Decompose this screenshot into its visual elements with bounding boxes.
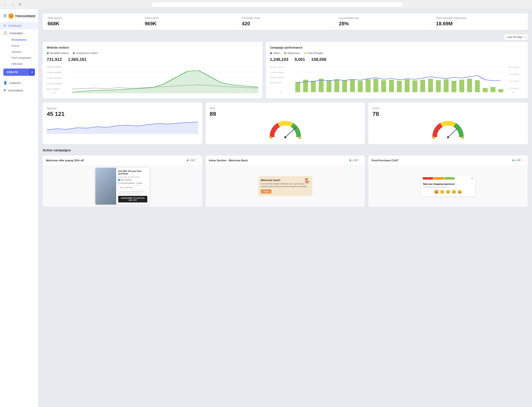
stat-identified-value: 28% [339,21,426,27]
svg-text:100,000: 100,000 [47,83,62,85]
svg-rect-36 [350,80,355,92]
csat-gauge: 😟 😊 [372,119,524,140]
visitors-chart-title: Website visitors [47,46,258,49]
svg-text:50,000: 50,000 [47,88,59,90]
csat-face-1[interactable]: 😡 [434,190,439,194]
signups-sparkline [47,119,198,134]
csat-face-2[interactable]: 😕 [440,190,444,194]
svg-text:0: 0 [53,92,56,94]
performance-chart-card: Campaign performance Views Responses Cli… [266,42,528,98]
csat-rating-sub: Let us know how we can improve :) [423,186,473,188]
views-stat: 1,246,103 [270,57,289,62]
csat-face-3[interactable]: 😐 [446,190,450,194]
popup-interests-label: I want news and offers about... [118,176,147,178]
svg-rect-33 [326,80,331,92]
live-dot-welcome-popup [187,159,188,161]
reload-button[interactable]: ↻ [17,2,23,7]
performance-svg: 200,000 150,000 100,000 50,000 0 8,000 6… [270,65,524,94]
svg-text:200,000: 200,000 [270,66,284,68]
live-label-csat: LIVE [515,159,521,162]
csat-face-5[interactable]: 😄 [457,190,462,194]
sparkline-svg [47,119,198,134]
popup-email-input[interactable] [118,185,147,190]
csat-content: Rate your shopping experience! Let us kn… [421,181,475,196]
svg-marker-56 [47,122,198,134]
charts-row: Website visitors Identified visitors Ano… [43,42,528,98]
svg-text:6,000: 6,000 [509,73,519,75]
svg-rect-38 [366,79,370,92]
sidebar-item-surveys[interactable]: Surveys [8,49,38,55]
svg-rect-52 [475,80,480,92]
popup-cta-button[interactable]: SUBSCRIBE TO UNLOCK 25% OFF [118,196,147,203]
stat-avg-identified: Avg identified rate 28% [334,13,431,30]
stat-total-profiles: Total profiles 969K [140,13,237,30]
url-input[interactable]: https://app.triggerbee.com [151,2,403,7]
stat-purchases-today: Purchases today 420 [237,13,334,30]
svg-rect-48 [444,79,448,92]
popup-checkboxes-2: Womens fashion Kids [118,182,147,184]
sidebar-item-automations[interactable]: ⚙ Automations [0,86,38,94]
svg-point-62 [447,136,449,138]
legend-clickthroughs: Click-throughs [304,52,323,55]
sidebar-item-campaigns[interactable]: 📋 Campaigns [0,29,38,37]
campaign-menu-inline[interactable]: ⋮ [358,158,362,162]
sidebar-item-form-responses[interactable]: Form responses [8,55,38,61]
campaign-header-inline: Inline Section - Welcome Back LIVE ⋮ [206,156,365,165]
legend-responses: Responses [284,52,300,55]
clickthroughs-value: 158,008 [311,57,326,62]
create-dropdown-button[interactable]: ▾ [29,69,35,76]
promotions-label: Promotions [12,38,27,41]
audience-label: Audience [9,81,21,85]
create-button[interactable]: CREATE [3,69,29,76]
app-name: TRIGGERBEE [15,14,36,18]
campaigns-section-title: Active campaigns [43,149,528,152]
svg-text:150,000: 150,000 [270,71,284,73]
svg-text:😟: 😟 [270,136,273,139]
campaign-menu-welcome-popup[interactable]: ⋮ [195,158,199,162]
campaign-menu-csat[interactable]: ⋮ [521,158,524,162]
legend-responses-label: Responses [287,52,300,55]
svg-rect-49 [451,81,456,92]
csat-rating-title: Rate your shopping experience! [423,183,473,185]
campaign-card-csat: Post-Purchase CSAT LIVE ⋮ [368,156,528,207]
date-filter-select[interactable]: Last 30 Days Last 7 Days Last 90 Days Th… [504,34,528,40]
campaign-header-welcome-popup: Welcome offer popup 25% off LIVE ⋮ [43,156,202,165]
checkbox-mens[interactable]: Mens fashion [118,179,132,181]
sidebar-item-audience[interactable]: 👤 Audience [0,79,38,86]
popup-mockup-inner: Get 25% off your first purchase I want n… [95,168,149,204]
stat-impressions-value: 18.69M [436,21,523,27]
visitors-svg: 250,000 200,000 150,000 100,000 50,000 0 [47,65,258,94]
stat-campaign-impressions: Total campaign impressions 18.69M [431,13,528,30]
legend-anonymous-label: Anonymous visitors [76,52,98,55]
svg-rect-50 [459,80,464,92]
svg-text:2,000: 2,000 [509,87,519,89]
checkbox-womens[interactable]: Womens fashion [118,182,135,184]
popup-disclaimer: I agree my personal data being handled i… [118,191,147,195]
back-button[interactable]: ← [2,2,8,7]
address-bar: https://app.triggerbee.com [25,2,530,7]
svg-text:150,000: 150,000 [47,77,62,79]
svg-rect-44 [412,80,417,92]
sidebar-item-dashboard[interactable]: 👁 Dashboard [0,22,38,29]
performance-legend: Views Responses Click-throughs [270,52,524,55]
performance-chart-title: Campaign performance [270,46,524,49]
anonymous-value: 1,565,181 [68,57,87,62]
legend-clickthroughs-label: Click-throughs [307,52,323,55]
inline-desc: You have new rewards waiting for you. Lo… [261,182,310,188]
svg-line-57 [285,128,296,137]
hamburger-icon[interactable]: ☰ [3,14,7,18]
sidebar-item-promotions[interactable]: Promotions [8,37,38,43]
sidebar-item-ab-tests[interactable]: A/B-tests [8,61,38,67]
campaigns-submenu: Promotions Forms Surveys Form responses … [0,37,38,67]
app-logo: 🐝 TRIGGERBEE [8,13,36,19]
csat-face-4[interactable]: 😊 [451,190,456,194]
forward-button[interactable]: → [10,2,16,7]
svg-rect-32 [319,79,323,92]
live-label-inline: LIVE [353,159,358,162]
csat-close-button[interactable] [471,177,473,180]
svg-rect-31 [311,81,316,92]
identified-stat: 731,912 [47,57,62,62]
sidebar-item-forms[interactable]: Forms [8,43,38,49]
inline-cta-button[interactable]: Log in [261,189,271,194]
checkbox-kids[interactable]: Kids [136,182,142,184]
